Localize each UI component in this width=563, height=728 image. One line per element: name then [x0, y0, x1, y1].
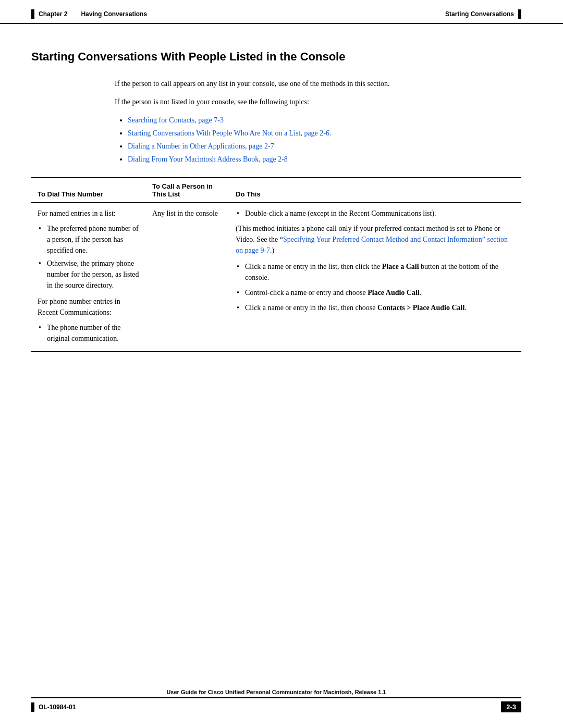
col2-header: To Call a Person in This List	[146, 178, 229, 203]
header-accent-bar	[31, 9, 34, 19]
list-item: Dialing From Your Macintosh Address Book…	[128, 154, 472, 165]
intro-paragraph-1: If the person to call appears on any lis…	[115, 78, 469, 89]
list-item: The preferred phone number of a person, …	[38, 223, 140, 256]
link-address-book[interactable]: Dialing From Your Macintosh Address Book…	[128, 155, 288, 163]
intro-paragraph-2: If the person is not listed in your cons…	[115, 96, 469, 107]
link-not-on-list[interactable]: Starting Conversations With People Who A…	[128, 129, 331, 137]
page-header: Chapter 2 Having Conversations Starting …	[0, 0, 563, 24]
header-right: Starting Conversations	[445, 9, 521, 19]
list-item: Dialing a Number in Other Applications, …	[128, 141, 472, 152]
footer-bar-left	[31, 702, 34, 712]
col3-header: Do This	[229, 178, 521, 203]
header-left: Chapter 2 Having Conversations	[31, 9, 147, 19]
list-item: The phone number of the original communi…	[38, 322, 140, 344]
page-number-badge: 2-3	[501, 701, 521, 712]
link-searching[interactable]: Searching for Contacts, page 7-3	[128, 116, 224, 124]
list-item: Starting Conversations With People Who A…	[128, 128, 472, 139]
page-footer: User Guide for Cisco Unified Personal Co…	[0, 689, 563, 712]
chapter-label: Chapter 2	[39, 10, 67, 18]
list-item: Click a name or entry in the list, then …	[236, 302, 515, 313]
link-specifying[interactable]: Specifying Your Preferred Contact Method…	[236, 236, 508, 254]
list-item: Click a name or entry in the list, then …	[236, 261, 515, 283]
col1-para2: For phone number entries in Recent Commu…	[38, 296, 140, 318]
topic-links-list: Searching for Contacts, page 7-3 Startin…	[128, 115, 472, 165]
footer-left: OL-10984-01	[31, 702, 76, 712]
instructions-table: To Dial This Number To Call a Person in …	[31, 177, 521, 352]
col1-bullet-list: The preferred phone number of a person, …	[38, 223, 140, 291]
header-right-bar	[518, 9, 521, 19]
page-title: Starting Conversations With People Liste…	[31, 50, 521, 64]
table-cell-col3: Double-click a name (except in the Recen…	[229, 203, 521, 352]
col1-header: To Dial This Number	[31, 178, 146, 203]
page: Chapter 2 Having Conversations Starting …	[0, 0, 563, 728]
footer-bottom: OL-10984-01 2-3	[31, 697, 521, 712]
main-content: Starting Conversations With People Liste…	[0, 24, 563, 385]
link-other-apps[interactable]: Dialing a Number in Other Applications, …	[128, 142, 274, 150]
col1-bullet-list-2: The phone number of the original communi…	[38, 322, 140, 344]
list-item: Control-click a name or entry and choose…	[236, 287, 515, 298]
list-item: Searching for Contacts, page 7-3	[128, 115, 472, 126]
col3-list: Double-click a name (except in the Recen…	[236, 208, 515, 313]
table-cell-col2: Any list in the console	[146, 203, 229, 352]
chapter-title: Having Conversations	[81, 10, 147, 18]
list-item: Otherwise, the primary phone number for …	[38, 258, 140, 291]
table-cell-col1: For named entries in a list: The preferr…	[31, 203, 146, 352]
col1-intro: For named entries in a list:	[38, 208, 140, 219]
list-item: Double-click a name (except in the Recen…	[236, 208, 515, 219]
footer-title: User Guide for Cisco Unified Personal Co…	[31, 689, 521, 695]
list-item-para: (This method initiates a phone call only…	[236, 223, 515, 256]
section-title: Starting Conversations	[445, 10, 514, 18]
table-row: For named entries in a list: The preferr…	[31, 203, 521, 352]
doc-number: OL-10984-01	[39, 704, 76, 711]
